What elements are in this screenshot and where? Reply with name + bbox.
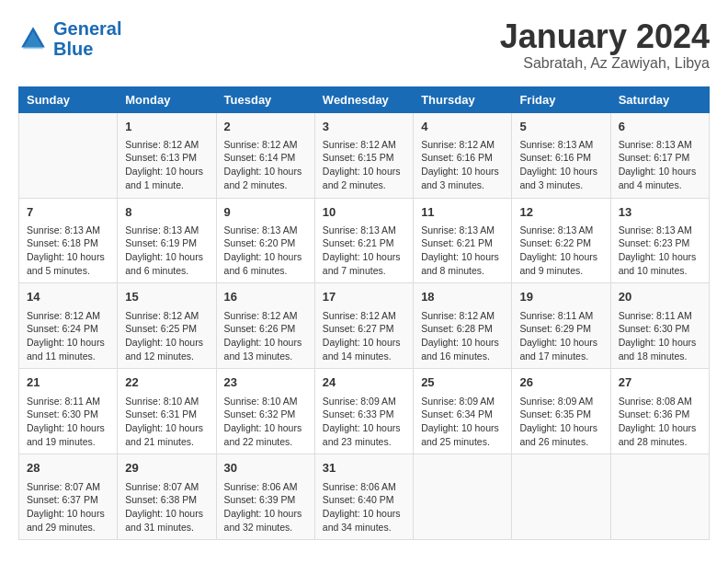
calendar-cell: 1Sunrise: 8:12 AMSunset: 6:13 PMDaylight…	[118, 112, 216, 198]
day-info: Sunrise: 8:13 AMSunset: 6:19 PMDaylight:…	[125, 224, 208, 278]
day-info: Sunrise: 8:13 AMSunset: 6:16 PMDaylight:…	[519, 138, 602, 192]
day-number: 8	[125, 204, 208, 221]
day-info: Sunrise: 8:12 AMSunset: 6:25 PMDaylight:…	[125, 309, 208, 363]
day-info: Sunrise: 8:12 AMSunset: 6:24 PMDaylight:…	[27, 309, 109, 363]
calendar-cell: 24Sunrise: 8:09 AMSunset: 6:33 PMDayligh…	[314, 369, 413, 454]
day-number: 30	[224, 460, 307, 477]
week-row-2: 7Sunrise: 8:13 AMSunset: 6:18 PMDaylight…	[19, 198, 710, 283]
day-number: 7	[27, 204, 109, 221]
day-info: Sunrise: 8:13 AMSunset: 6:22 PMDaylight:…	[519, 224, 602, 278]
day-info: Sunrise: 8:12 AMSunset: 6:15 PMDaylight:…	[323, 138, 405, 192]
calendar-cell: 23Sunrise: 8:10 AMSunset: 6:32 PMDayligh…	[216, 369, 314, 454]
calendar-cell: 9Sunrise: 8:13 AMSunset: 6:20 PMDaylight…	[216, 198, 314, 283]
calendar-cell: 30Sunrise: 8:06 AMSunset: 6:39 PMDayligh…	[216, 454, 314, 540]
location-title: Sabratah, Az Zawiyah, Libya	[500, 55, 710, 72]
calendar-cell: 22Sunrise: 8:10 AMSunset: 6:31 PMDayligh…	[118, 369, 216, 454]
day-number: 11	[421, 204, 504, 221]
calendar-cell: 21Sunrise: 8:11 AMSunset: 6:30 PMDayligh…	[19, 369, 118, 454]
week-row-4: 21Sunrise: 8:11 AMSunset: 6:30 PMDayligh…	[19, 369, 710, 454]
day-number: 17	[323, 289, 405, 305]
week-row-1: 1Sunrise: 8:12 AMSunset: 6:13 PMDaylight…	[19, 112, 710, 198]
day-info: Sunrise: 8:12 AMSunset: 6:27 PMDaylight:…	[323, 309, 405, 363]
title-block: January 2024 Sabratah, Az Zawiyah, Libya	[500, 18, 710, 72]
calendar-cell: 26Sunrise: 8:09 AMSunset: 6:35 PMDayligh…	[512, 369, 610, 454]
calendar-table: SundayMondayTuesdayWednesdayThursdayFrid…	[18, 86, 710, 541]
calendar-cell: 12Sunrise: 8:13 AMSunset: 6:22 PMDayligh…	[512, 198, 610, 283]
logo-icon	[18, 24, 48, 53]
day-number: 21	[27, 374, 109, 391]
day-number: 27	[619, 374, 701, 391]
day-number: 1	[125, 119, 208, 135]
day-number: 25	[421, 374, 504, 391]
day-info: Sunrise: 8:11 AMSunset: 6:29 PMDaylight:…	[519, 309, 602, 363]
day-info: Sunrise: 8:12 AMSunset: 6:14 PMDaylight:…	[224, 138, 307, 192]
day-info: Sunrise: 8:10 AMSunset: 6:32 PMDaylight:…	[224, 395, 307, 449]
day-number: 6	[619, 119, 701, 135]
day-info: Sunrise: 8:13 AMSunset: 6:18 PMDaylight:…	[27, 224, 109, 278]
day-number: 15	[125, 289, 208, 305]
day-info: Sunrise: 8:06 AMSunset: 6:40 PMDaylight:…	[323, 480, 405, 534]
day-info: Sunrise: 8:12 AMSunset: 6:16 PMDaylight:…	[421, 138, 504, 192]
logo: General Blue	[18, 18, 121, 59]
day-info: Sunrise: 8:10 AMSunset: 6:31 PMDaylight:…	[125, 395, 208, 449]
day-info: Sunrise: 8:09 AMSunset: 6:33 PMDaylight:…	[323, 395, 405, 449]
logo-general: General	[53, 18, 121, 39]
day-number: 16	[224, 289, 307, 305]
calendar-cell: 19Sunrise: 8:11 AMSunset: 6:29 PMDayligh…	[512, 283, 610, 369]
day-info: Sunrise: 8:12 AMSunset: 6:28 PMDaylight:…	[421, 309, 504, 363]
day-info: Sunrise: 8:07 AMSunset: 6:38 PMDaylight:…	[125, 480, 208, 534]
day-number: 18	[421, 289, 504, 305]
weekday-header-thursday: Thursday	[414, 86, 512, 112]
calendar-cell	[19, 112, 118, 198]
calendar-cell: 10Sunrise: 8:13 AMSunset: 6:21 PMDayligh…	[314, 198, 413, 283]
day-number: 19	[519, 289, 602, 305]
day-info: Sunrise: 8:11 AMSunset: 6:30 PMDaylight:…	[27, 395, 109, 449]
calendar-cell: 15Sunrise: 8:12 AMSunset: 6:25 PMDayligh…	[118, 283, 216, 369]
day-info: Sunrise: 8:09 AMSunset: 6:34 PMDaylight:…	[421, 395, 504, 449]
logo-blue: Blue	[53, 39, 93, 59]
day-number: 9	[224, 204, 307, 221]
calendar-cell: 2Sunrise: 8:12 AMSunset: 6:14 PMDaylight…	[216, 112, 314, 198]
weekday-header-saturday: Saturday	[610, 86, 709, 112]
day-info: Sunrise: 8:13 AMSunset: 6:20 PMDaylight:…	[224, 224, 307, 278]
weekday-header-monday: Monday	[118, 86, 216, 112]
day-number: 31	[323, 460, 405, 477]
calendar-cell: 29Sunrise: 8:07 AMSunset: 6:38 PMDayligh…	[118, 454, 216, 540]
day-info: Sunrise: 8:13 AMSunset: 6:21 PMDaylight:…	[323, 224, 405, 278]
calendar-cell: 6Sunrise: 8:13 AMSunset: 6:17 PMDaylight…	[610, 112, 709, 198]
day-number: 26	[519, 374, 602, 391]
day-number: 3	[323, 119, 405, 135]
weekday-header-wednesday: Wednesday	[314, 86, 413, 112]
weekday-header-friday: Friday	[512, 86, 610, 112]
weekday-header-row: SundayMondayTuesdayWednesdayThursdayFrid…	[19, 86, 710, 112]
month-title: January 2024	[500, 18, 710, 55]
calendar-cell	[512, 454, 610, 540]
day-number: 28	[27, 460, 109, 477]
calendar-cell	[610, 454, 709, 540]
day-number: 23	[224, 374, 307, 391]
day-info: Sunrise: 8:07 AMSunset: 6:37 PMDaylight:…	[27, 480, 109, 534]
calendar-cell	[414, 454, 512, 540]
page-header: General Blue January 2024 Sabratah, Az Z…	[18, 18, 710, 72]
weekday-header-tuesday: Tuesday	[216, 86, 314, 112]
calendar-cell: 4Sunrise: 8:12 AMSunset: 6:16 PMDaylight…	[414, 112, 512, 198]
day-info: Sunrise: 8:13 AMSunset: 6:21 PMDaylight:…	[421, 224, 504, 278]
day-info: Sunrise: 8:13 AMSunset: 6:17 PMDaylight:…	[619, 138, 701, 192]
day-number: 13	[619, 204, 701, 221]
day-info: Sunrise: 8:08 AMSunset: 6:36 PMDaylight:…	[619, 395, 701, 449]
day-info: Sunrise: 8:09 AMSunset: 6:35 PMDaylight:…	[519, 395, 602, 449]
weekday-header-sunday: Sunday	[19, 86, 118, 112]
calendar-cell: 16Sunrise: 8:12 AMSunset: 6:26 PMDayligh…	[216, 283, 314, 369]
day-number: 10	[323, 204, 405, 221]
day-number: 14	[27, 289, 109, 305]
calendar-cell: 7Sunrise: 8:13 AMSunset: 6:18 PMDaylight…	[19, 198, 118, 283]
day-info: Sunrise: 8:12 AMSunset: 6:13 PMDaylight:…	[125, 138, 208, 192]
calendar-cell: 3Sunrise: 8:12 AMSunset: 6:15 PMDaylight…	[314, 112, 413, 198]
week-row-3: 14Sunrise: 8:12 AMSunset: 6:24 PMDayligh…	[19, 283, 710, 369]
day-number: 24	[323, 374, 405, 391]
calendar-cell: 25Sunrise: 8:09 AMSunset: 6:34 PMDayligh…	[414, 369, 512, 454]
calendar-cell: 8Sunrise: 8:13 AMSunset: 6:19 PMDaylight…	[118, 198, 216, 283]
calendar-cell: 17Sunrise: 8:12 AMSunset: 6:27 PMDayligh…	[314, 283, 413, 369]
day-number: 4	[421, 119, 504, 135]
calendar-cell: 5Sunrise: 8:13 AMSunset: 6:16 PMDaylight…	[512, 112, 610, 198]
